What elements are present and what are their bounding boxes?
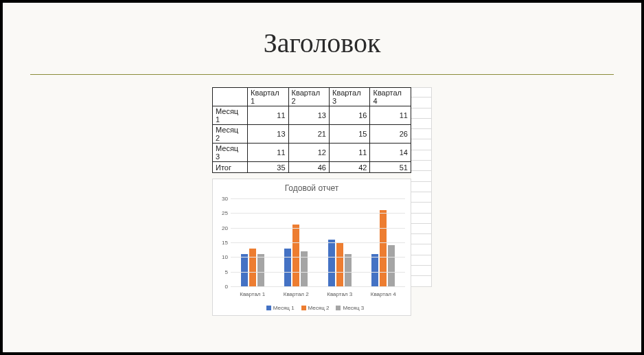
col-header: Квартал 1	[248, 88, 288, 106]
chart-y-tick: 30	[217, 196, 228, 202]
col-header: Квартал 3	[330, 88, 370, 106]
cell: 14	[370, 144, 411, 162]
title-underline	[30, 74, 614, 75]
chart-grid-line	[231, 198, 405, 199]
cell: 15	[330, 125, 370, 144]
row-header: Итог	[213, 162, 248, 173]
cell: 13	[288, 106, 329, 125]
legend-swatch	[336, 306, 341, 310]
cell: 11	[248, 144, 288, 162]
chart-y-tick: 25	[217, 210, 228, 216]
col-header: Квартал 4	[370, 88, 411, 106]
chart-y-tick: 0	[217, 284, 228, 290]
chart-grid-line	[231, 286, 405, 287]
cell: 11	[370, 106, 411, 125]
table-row-total: Итог 35 46 42 51	[213, 162, 411, 173]
cell: 11	[248, 106, 288, 125]
legend-label: Месяц 3	[343, 305, 364, 311]
cell: 16	[330, 106, 370, 125]
page-title: Заголовок	[30, 27, 614, 59]
chart-x-labels: Квартал 1Квартал 2Квартал 3Квартал 4	[231, 291, 405, 297]
chart-bar	[380, 210, 387, 286]
chart-bar	[371, 254, 378, 286]
chart-y-tick: 10	[217, 254, 228, 260]
table-row: Месяц 1 11 13 16 11	[213, 106, 411, 125]
chart-bar	[328, 240, 335, 286]
cell: 21	[288, 125, 329, 144]
chart-title: Годовой отчет	[213, 179, 411, 194]
cell: 51	[370, 162, 411, 173]
slide: Заголовок Квартал 1 Квартал 2 Квартал 3 …	[3, 3, 641, 352]
chart-x-label: Квартал 2	[275, 291, 319, 297]
chart-bar	[388, 245, 395, 286]
chart-y-tick: 15	[217, 240, 228, 246]
chart-grid-line	[231, 272, 405, 273]
chart-x-label: Квартал 1	[231, 291, 275, 297]
embedded-sheet: Квартал 1 Квартал 2 Квартал 3 Квартал 4 …	[212, 87, 432, 316]
chart-grid-line	[231, 242, 405, 243]
chart-x-label: Квартал 4	[362, 291, 406, 297]
chart-bar	[336, 242, 343, 286]
chart-grid-line	[231, 213, 405, 214]
cell: 12	[288, 144, 329, 162]
content-area: Квартал 1 Квартал 2 Квартал 3 Квартал 4 …	[30, 87, 614, 316]
chart-y-tick: 5	[217, 268, 228, 275]
legend-label: Месяц 2	[308, 305, 330, 311]
chart: Годовой отчет 051015202530 Квартал 1Квар…	[212, 179, 411, 316]
chart-plot-area: 051015202530	[231, 198, 405, 286]
spreadsheet-empty-cells	[411, 87, 432, 287]
row-header: Месяц 1	[213, 106, 248, 125]
legend-swatch	[266, 306, 271, 310]
chart-legend: Месяц 1Месяц 2Месяц 3	[213, 305, 411, 311]
cell: 13	[248, 125, 288, 144]
chart-bar	[249, 249, 256, 286]
row-header: Месяц 3	[213, 144, 248, 162]
cell: 35	[248, 162, 288, 173]
table-header-row: Квартал 1 Квартал 2 Квартал 3 Квартал 4	[213, 88, 411, 106]
cell: 26	[370, 125, 411, 144]
table-row: Месяц 3 11 12 11 14	[213, 144, 411, 162]
legend-swatch	[301, 306, 306, 310]
cell: 42	[330, 162, 370, 173]
chart-bar	[292, 225, 299, 286]
col-header: Квартал 2	[288, 88, 329, 106]
chart-bar	[345, 254, 352, 286]
cell: 46	[288, 162, 329, 173]
chart-grid-line	[231, 228, 405, 229]
chart-y-tick: 20	[217, 225, 228, 231]
table-corner-cell	[213, 88, 248, 106]
chart-grid-line	[231, 257, 405, 257]
chart-bar	[284, 249, 291, 286]
legend-label: Месяц 1	[273, 305, 295, 311]
data-table: Квартал 1 Квартал 2 Квартал 3 Квартал 4 …	[212, 87, 411, 173]
chart-x-label: Квартал 3	[318, 291, 362, 297]
row-header: Месяц 2	[213, 125, 248, 144]
table-row: Месяц 2 13 21 15 26	[213, 125, 411, 144]
chart-bar	[241, 254, 248, 286]
cell: 11	[330, 144, 370, 162]
chart-bar	[257, 254, 264, 286]
